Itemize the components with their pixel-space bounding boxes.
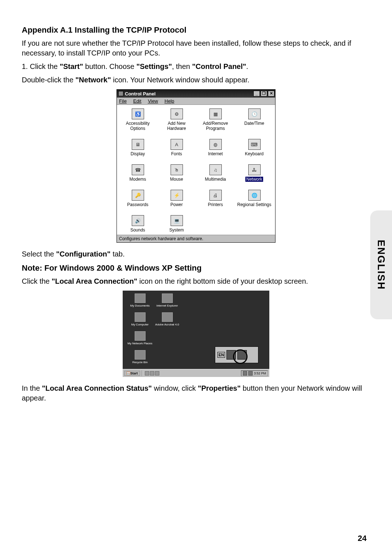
cp-item-sounds[interactable]: 🔊Sounds bbox=[119, 215, 156, 233]
click-lan-line: Click the "Local Area Connection" icon o… bbox=[22, 276, 370, 286]
desktop-icon-graphic bbox=[162, 294, 173, 303]
desktop-icon-label: My Network Places bbox=[126, 342, 154, 345]
cp-item-fonts[interactable]: AFonts bbox=[158, 139, 195, 156]
cp-item-add-remove-programs[interactable]: ▦Add/Remove Programs bbox=[197, 108, 234, 131]
cp-label: Sounds bbox=[119, 227, 156, 233]
cp-item-display[interactable]: 🖥Display bbox=[119, 139, 156, 156]
desktop-icon[interactable]: Recycle Bin bbox=[126, 350, 154, 364]
desktop-icon[interactable]: Adobe Acrobat 4.0 bbox=[154, 312, 181, 326]
cp-item-multimedia[interactable]: ♫Multimedia bbox=[197, 164, 234, 182]
cp-icon: 💻 bbox=[171, 215, 183, 226]
cp-item-add-new-hardware[interactable]: ⚙Add New Hardware bbox=[158, 108, 195, 131]
language-tab-text: ENGLISH bbox=[375, 240, 387, 290]
desktop-icon-label: Recycle Bin bbox=[126, 361, 154, 364]
cp-icon: ⌨ bbox=[248, 139, 261, 150]
window-title: Control Panel bbox=[125, 91, 253, 97]
cp-label: Mouse bbox=[158, 177, 195, 182]
cp-item-regional-settings[interactable]: 🌐Regional Settings bbox=[236, 190, 273, 207]
start-button[interactable]: 🪟Start bbox=[124, 371, 140, 376]
cp-item-accessibility-options[interactable]: ♿Accessibility Options bbox=[119, 108, 156, 131]
cp-icon: ♫ bbox=[209, 164, 222, 175]
titlebar: Control Panel _ ❐ ✕ bbox=[117, 90, 275, 98]
menubar: File Edit View Help bbox=[117, 98, 275, 105]
desktop-screenshot: My DocumentsInternet ExplorerMy Computer… bbox=[123, 291, 269, 377]
desktop-icon-graphic bbox=[135, 312, 146, 322]
desktop-icon[interactable]: My Documents bbox=[126, 294, 154, 307]
cp-item-modems[interactable]: ☎Modems bbox=[119, 164, 156, 182]
cp-item-printers[interactable]: 🖨Printers bbox=[197, 190, 234, 207]
heading-note: Note: For Windows 2000 & Windows XP Sett… bbox=[22, 263, 370, 273]
menu-help[interactable]: Help bbox=[164, 98, 174, 104]
cp-label: Date/Time bbox=[236, 121, 273, 126]
cp-label: Passwords bbox=[119, 202, 156, 207]
cp-label: Keyboard bbox=[236, 151, 273, 156]
cp-label: Internet bbox=[197, 151, 234, 156]
desktop-icon-label: My Computer bbox=[126, 323, 154, 326]
cp-label: Display bbox=[119, 151, 156, 156]
desktop-icon-graphic bbox=[135, 294, 146, 303]
page-number: 24 bbox=[358, 534, 367, 543]
statusbar: Configures network hardware and software… bbox=[117, 235, 275, 242]
desktop-icon-graphic bbox=[135, 331, 146, 341]
desktop-icon-label: My Documents bbox=[126, 304, 154, 307]
cp-label: Modems bbox=[119, 177, 156, 182]
cp-item-mouse[interactable]: 🖱Mouse bbox=[158, 164, 195, 182]
system-tray: 3:52 PM bbox=[241, 370, 268, 376]
cp-icon: 🔊 bbox=[132, 215, 144, 226]
cp-item-date-time[interactable]: 🕒Date/Time bbox=[236, 108, 273, 131]
cp-item-internet[interactable]: ◍Internet bbox=[197, 139, 234, 156]
step-1: 1. Click the "Start" button. Choose "Set… bbox=[22, 62, 370, 71]
cp-label: Regional Settings bbox=[236, 202, 273, 207]
cp-item-network[interactable]: 🖧Network bbox=[236, 164, 273, 182]
tray-lang-icon[interactable]: EN bbox=[217, 352, 225, 358]
clock: 3:52 PM bbox=[254, 372, 266, 375]
heading-appendix: Appendix A.1 Installing the TCP/IP Proto… bbox=[22, 25, 370, 35]
ql-icon[interactable] bbox=[150, 371, 154, 376]
control-panel-window: Control Panel _ ❐ ✕ File Edit View Help … bbox=[117, 89, 275, 243]
cp-label: Fonts bbox=[158, 151, 195, 156]
cp-item-system[interactable]: 💻System bbox=[158, 215, 195, 233]
cp-label: System bbox=[158, 227, 195, 233]
desktop-icon-graphic bbox=[135, 350, 146, 360]
desktop-icon[interactable] bbox=[154, 331, 181, 345]
intro-paragraph: If you are not sure whether the TCP/IP P… bbox=[22, 38, 370, 58]
menu-file[interactable]: File bbox=[119, 98, 127, 104]
desktop-icon[interactable]: Internet Explorer bbox=[154, 294, 181, 307]
cp-icon: A bbox=[171, 139, 183, 150]
lan-status-line: In the "Local Area Connection Status" wi… bbox=[22, 383, 370, 403]
cp-icon: ▦ bbox=[209, 108, 222, 119]
cp-label: Printers bbox=[197, 202, 234, 207]
cp-icon: ☎ bbox=[132, 164, 144, 175]
cp-icon: 🌐 bbox=[248, 190, 261, 201]
close-button[interactable]: ✕ bbox=[268, 91, 274, 97]
cp-item-passwords[interactable]: 🔑Passwords bbox=[119, 190, 156, 207]
desktop-icon[interactable]: My Network Places bbox=[126, 331, 154, 345]
ql-icon[interactable] bbox=[145, 371, 149, 376]
system-icon bbox=[118, 91, 123, 96]
control-panel-content: ♿Accessibility Options⚙Add New Hardware▦… bbox=[117, 105, 275, 235]
cp-label: Power bbox=[158, 202, 195, 207]
desktop-icon[interactable]: My Computer bbox=[126, 312, 154, 326]
desktop-icon-label: Adobe Acrobat 4.0 bbox=[154, 323, 181, 326]
cp-icon: 🔑 bbox=[132, 190, 144, 201]
menu-view[interactable]: View bbox=[148, 98, 158, 104]
cp-icon: 🕒 bbox=[248, 108, 261, 119]
cp-icon: ◍ bbox=[209, 139, 222, 150]
cp-label: Add/Remove Programs bbox=[197, 121, 234, 131]
double-click-line: Double-click the "Network" icon. Your Ne… bbox=[22, 75, 370, 85]
desktop-icon-label: Internet Explorer bbox=[154, 304, 181, 307]
tray-icon[interactable] bbox=[248, 371, 253, 376]
cp-icon: 🖥 bbox=[132, 139, 144, 150]
ql-icon[interactable] bbox=[155, 371, 159, 376]
cp-item-power[interactable]: ⚡Power bbox=[158, 190, 195, 207]
select-config-line: Select the "Configuration" tab. bbox=[22, 249, 370, 259]
desktop-icon-graphic bbox=[162, 312, 173, 322]
tray-icon[interactable] bbox=[243, 371, 247, 376]
menu-edit[interactable]: Edit bbox=[133, 98, 141, 104]
cp-item-keyboard[interactable]: ⌨Keyboard bbox=[236, 139, 273, 156]
cp-label: Accessibility Options bbox=[119, 121, 156, 131]
taskbar: 🪟Start 3:52 PM bbox=[123, 369, 269, 377]
maximize-button[interactable]: ❐ bbox=[261, 91, 267, 97]
minimize-button[interactable]: _ bbox=[253, 91, 260, 97]
quick-launch[interactable] bbox=[145, 371, 159, 376]
